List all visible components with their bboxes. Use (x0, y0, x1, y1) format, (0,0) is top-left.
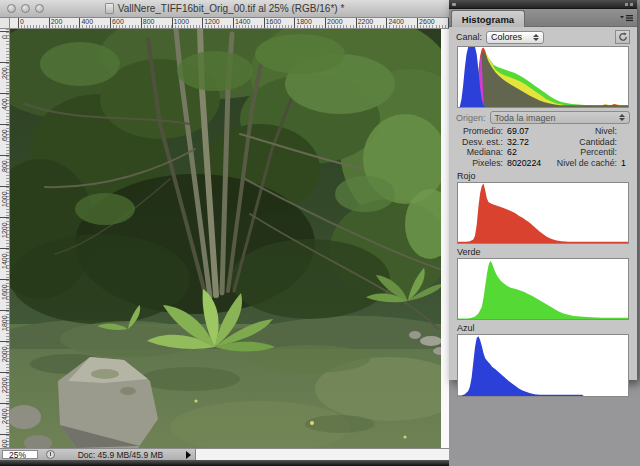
collapse-to-icons-button[interactable] (625, 3, 633, 6)
document-icon (105, 3, 114, 14)
histogram-statistics: Promedio:69.07Desv. est.:32.72Mediana:62… (457, 126, 629, 168)
ruler-corner[interactable] (0, 18, 10, 29)
dock-grip-icon (452, 3, 456, 6)
photo-image (10, 29, 441, 448)
desktop-background: VallNere_TIFF16bit_Orig_00.tif al 25% (R… (0, 0, 640, 466)
minimize-button[interactable] (21, 4, 30, 13)
clock-icon (46, 450, 55, 459)
source-label: Origen: (456, 113, 486, 123)
hist-layer-blue-channel (458, 336, 628, 396)
popup-arrows-icon (619, 114, 625, 121)
section-label-azul: Azul (457, 323, 629, 333)
document-title: VallNere_TIFF16bit_Orig_00.tif al 25% (R… (118, 3, 345, 14)
popup-arrows-icon (533, 34, 539, 41)
stats-column-left: Promedio:69.07Desv. est.:32.72Mediana:62… (457, 126, 547, 168)
close-button[interactable] (7, 4, 16, 13)
panel-menu-icon[interactable] (620, 14, 633, 22)
canvas-area[interactable] (10, 29, 449, 448)
status-bar: 25% Doc: 45.9 MB/45.9 MB (0, 448, 449, 460)
panel-dock-bar[interactable] (449, 0, 637, 9)
panel-tab-bar: Histograma (449, 9, 637, 27)
zoom-level-input[interactable]: 25% (2, 450, 38, 459)
document-window: VallNere_TIFF16bit_Orig_00.tif al 25% (R… (0, 0, 449, 466)
document-size-info: Doc: 45.9 MB/45.9 MB (55, 450, 186, 460)
histogram-panel: Histograma Canal: Colores (449, 0, 637, 380)
window-controls (7, 4, 44, 13)
histogram-colores (457, 46, 629, 108)
section-label-rojo: Rojo (457, 171, 629, 181)
left-ruler[interactable]: 0200400600800100012001400160018002000220… (0, 29, 10, 448)
window-bottom-edge (0, 460, 449, 466)
refresh-histogram-button[interactable] (615, 30, 630, 44)
histogram-azul (457, 334, 629, 397)
hist-layer-green-channel (458, 261, 628, 319)
source-select[interactable]: Toda la imagen (490, 111, 630, 124)
top-ruler[interactable]: 0200400600800100012001400160018002000220… (10, 18, 449, 29)
stats-column-right: Nivel:Cantidad:Percentil:Nivel de caché:… (547, 126, 629, 168)
histogram-verde (457, 258, 629, 320)
document-titlebar[interactable]: VallNere_TIFF16bit_Orig_00.tif al 25% (R… (0, 0, 449, 18)
section-label-verde: Verde (457, 247, 629, 257)
tab-histograma[interactable]: Histograma (451, 10, 525, 27)
hist-layer-red-channel (458, 184, 628, 243)
channel-select[interactable]: Colores (486, 31, 544, 44)
status-flyout-button[interactable] (186, 451, 191, 459)
refresh-icon (618, 32, 628, 42)
channel-label: Canal: (456, 32, 482, 42)
zoom-button[interactable] (35, 4, 44, 13)
histogram-rojo (457, 182, 629, 244)
